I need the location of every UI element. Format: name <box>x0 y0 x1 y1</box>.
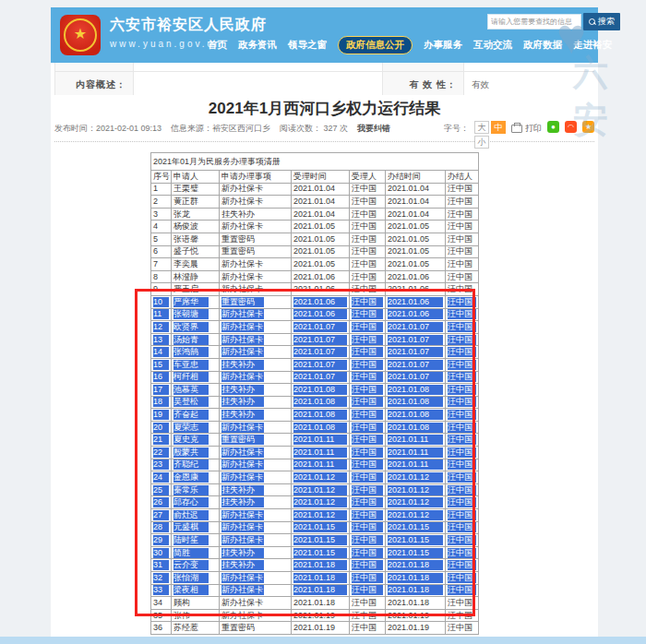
table-row: 31云介变挂失补办2021.01.18汪中国2021.01.18汪中国 <box>151 559 479 572</box>
table-cell: 汪中国 <box>446 509 479 522</box>
table-cell: 2 <box>151 196 172 209</box>
table-row: 10严席华重置密码2021.01.06汪中国2021.01.06汪中国 <box>151 295 479 308</box>
error-correction-link[interactable]: 我要纠错 <box>357 123 390 135</box>
search-input[interactable] <box>487 14 581 30</box>
table-cell: 汪中国 <box>446 534 479 547</box>
nav-item-7[interactable]: 走进裕安 <box>573 39 612 52</box>
nav-item-1[interactable]: 政务资讯 <box>238 39 277 52</box>
validity-label: 有 效 性： <box>383 72 464 96</box>
table-cell: 13 <box>151 333 172 346</box>
nav-item-4[interactable]: 办事服务 <box>424 39 462 52</box>
table-cell: 新办社保卡 <box>220 283 292 296</box>
font-size-large-button[interactable]: 大 <box>474 121 489 134</box>
favorite-share-icon[interactable]: ★ <box>582 121 594 133</box>
table-row: 25秦常乐挂失补办2021.01.12汪中国2021.01.12汪中国 <box>151 483 479 496</box>
font-size-switcher: 大 中 小 <box>474 121 506 149</box>
table-cell: 黄正群 <box>172 196 220 209</box>
table-cell: 2021.01.12 <box>292 483 350 496</box>
print-button[interactable]: 打印 <box>511 121 542 135</box>
site-name: 六安市裕安区人民政府 <box>110 16 267 35</box>
font-size-label: 字号： <box>444 121 469 135</box>
table-cell: 新办社保卡 <box>220 196 292 209</box>
font-size-medium-button[interactable]: 中 <box>491 121 506 134</box>
table-cell: 夏荣志 <box>172 421 220 434</box>
table-cell: 2021.01.06 <box>292 270 350 283</box>
table-cell: 汪中国 <box>350 396 386 409</box>
table-cell: 吴登松 <box>172 396 220 409</box>
font-size-small-button[interactable]: 小 <box>474 136 489 149</box>
table-cell: 汪中国 <box>350 208 386 221</box>
table-cell: 2021.01.15 <box>292 534 350 547</box>
table-cell: 2021.01.07 <box>292 333 350 346</box>
table-cell: 2021.01.12 <box>292 471 350 484</box>
table-cell: 新办社保卡 <box>220 346 292 359</box>
table-cell: 2021.01.07 <box>386 371 446 384</box>
table-row: 29陆时笙新办社保卡2021.01.15汪中国2021.01.15汪中国 <box>151 534 479 547</box>
table-cell: 2021.01.18 <box>386 572 446 585</box>
search-button[interactable]: 搜索 <box>583 13 620 30</box>
table-cell: 2021.01.08 <box>386 421 446 434</box>
table-row: 5张语馨重置密码2021.01.05汪中国2021.01.05汪中国 <box>151 233 479 245</box>
table-cell: 汪中国 <box>446 409 479 422</box>
table-cell: 2021.01.06 <box>292 283 350 296</box>
table-cell: 挂失补办 <box>220 358 292 371</box>
summary-label: 内容概述： <box>55 72 134 96</box>
table-cell: 汪中国 <box>446 371 479 384</box>
table-cell: 汪中国 <box>446 183 479 196</box>
table-cell: 汤始青 <box>172 333 220 346</box>
table-cell: 汪中国 <box>350 597 386 610</box>
table-cell: 2021.01.18 <box>386 559 446 572</box>
table-cell: 2021.01.07 <box>292 371 350 384</box>
table-cell: 2021.01.04 <box>292 208 350 221</box>
table-cell: 2021.01.19 <box>292 609 350 622</box>
table-cell: 池慕英 <box>172 384 220 397</box>
nav-item-0[interactable]: 首页 <box>208 39 227 52</box>
table-row: 23齐聪纪新办社保卡2021.01.11汪中国2021.01.11汪中国 <box>151 459 479 471</box>
nav-item-3[interactable]: 政府信息公开 <box>338 36 413 54</box>
table-cell: 汪中国 <box>350 572 386 585</box>
table-cell: 2021.01.18 <box>292 597 350 610</box>
table-cell: 汪中国 <box>446 471 479 484</box>
table-row: 32张怡湖新办社保卡2021.01.18汪中国2021.01.18汪中国 <box>151 572 479 585</box>
nav-item-6[interactable]: 政府数据 <box>523 39 562 52</box>
table-cell: 2021.01.05 <box>292 258 350 271</box>
table-row: 18吴登松挂失补办2021.01.08汪中国2021.01.08汪中国 <box>151 396 479 409</box>
meta-row-summary: 内容概述： 有 效 性： 有效 <box>55 72 595 96</box>
table-cell: 杨俊波 <box>172 221 220 233</box>
table-cell: 张伟 <box>172 609 220 622</box>
table-cell: 16 <box>151 371 172 384</box>
table-cell: 欧贤界 <box>172 321 220 334</box>
table-cell: 新办社保卡 <box>220 534 292 547</box>
table-cell: 汪中国 <box>446 597 479 610</box>
table-cell: 汪中国 <box>350 409 386 422</box>
table-cell: 新办社保卡 <box>220 572 292 585</box>
table-cell: 27 <box>151 509 172 522</box>
table-cell: 李奕晨 <box>172 258 220 271</box>
weibo-share-icon[interactable]: ◠ <box>565 121 577 133</box>
table-cell: 2021.01.06 <box>386 270 446 283</box>
table-header-row: 序号申请人申请办理事项受理时间受理人办结时间办结人 <box>151 171 479 184</box>
table-row: 7李奕晨新办社保卡2021.01.05汪中国2021.01.05汪中国 <box>151 258 479 271</box>
nav-item-5[interactable]: 互动交流 <box>473 39 512 52</box>
table-row: 6盛子悦重置密码2021.01.05汪中国2021.01.05汪中国 <box>151 245 479 258</box>
table-cell: 汪中国 <box>350 333 386 346</box>
table-cell: 新办社保卡 <box>220 270 292 283</box>
table-cell: 汪中国 <box>350 622 386 635</box>
table-cell: 汪中国 <box>350 509 386 522</box>
table-cell: 汪中国 <box>446 308 479 321</box>
article-meta-line: 发布时间：2021-02-01 09:13 信息来源：裕安区西河口乡 阅读次数：… <box>54 121 594 134</box>
table-cell: 柯纤相 <box>172 371 220 384</box>
nav-item-2[interactable]: 领导之窗 <box>288 39 327 52</box>
search-button-label: 搜索 <box>598 16 615 28</box>
table-cell: 35 <box>151 609 172 622</box>
table-row: 3张龙挂失补办2021.01.04汪中国2021.01.04汪中国 <box>151 208 479 221</box>
page-title: 2021年1月西河口乡权力运行结果 <box>53 100 596 118</box>
table-cell: 汪中国 <box>350 233 386 245</box>
table-cell: 2021.01.08 <box>292 409 350 422</box>
wechat-share-icon[interactable]: ● <box>547 121 559 133</box>
table-cell: 盛子悦 <box>172 245 220 258</box>
table-cell: 汪中国 <box>446 609 479 622</box>
table-cell: 汪中国 <box>350 346 386 359</box>
table-cell: 2021.01.06 <box>292 308 350 321</box>
document-meta-table: 内容概述： 有 效 性： 有效 <box>54 63 594 95</box>
